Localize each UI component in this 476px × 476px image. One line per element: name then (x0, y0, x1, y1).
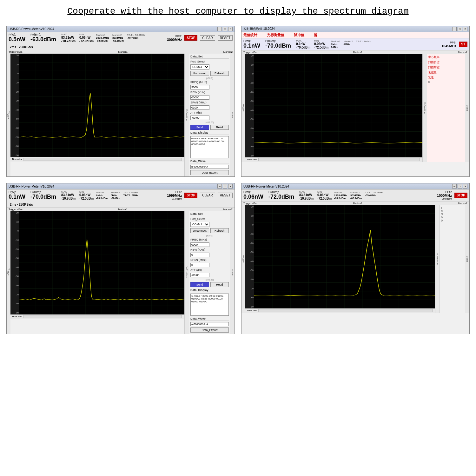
span-input-1[interactable] (190, 105, 209, 110)
rbw-input-3[interactable] (190, 253, 209, 257)
chinese-headers: 最值统计 光标测量值 脉冲值 暂 (241, 32, 469, 38)
chart-inner-2: 20 10 0 -10 -20 -30 -40 -50 -60 -70 -80 … (245, 54, 422, 157)
clear-button-3[interactable]: CLEAR (200, 193, 215, 198)
chart-labels-1: Trigger dBm Marker1 Marker2 (7, 50, 235, 54)
data-set-header-1: Data_Set (190, 55, 229, 59)
scrollbar-4[interactable] (258, 309, 433, 312)
refresh-button-3[interactable]: Refresh (210, 228, 229, 233)
minimize-btn-3[interactable]: ─ (217, 184, 222, 188)
close-btn-4[interactable]: ✕ (463, 184, 467, 188)
scrollbar-1[interactable] (23, 158, 182, 161)
refresh-button-1[interactable]: Refresh (210, 71, 229, 76)
maximize-btn-3[interactable]: □ (223, 184, 227, 188)
data-display-content-3: S-Read R2000-00.00-01000-0100AS-Read R20… (190, 294, 229, 316)
window-1: USB-RF-Power-Meter-V10.2024 ─ □ ✕ P(W): … (6, 26, 235, 177)
window-controls-3[interactable]: ─ □ ✕ (217, 184, 233, 188)
ch-header-3: 脉冲值 (294, 33, 304, 37)
window-content-3: P(W): 0.1nW P(dBm): -70.0dBm MAX 83.31uW… (7, 189, 235, 334)
side-panel-3: Data_Set Port_Select COM41 Unconnect Ref… (189, 211, 230, 334)
maximize-btn-4[interactable]: □ (458, 184, 462, 188)
marker-group-2: Marker1 0MHz 0dBm Marker2 0MHz T2-T1: 0M… (331, 40, 371, 49)
close-btn-1[interactable]: ✕ (228, 27, 233, 31)
unconnect-button-3[interactable]: Unconnect (190, 228, 209, 233)
main-area-3: Trigger 20 10 0 -10 -20 -30 -40 -50 -60 (7, 211, 235, 334)
port-select-1[interactable]: COM41 (190, 64, 209, 69)
power-dbm-display-2: P(dBm): -70.0dBm (265, 39, 291, 49)
window-4: USB-RF-Power-Meter-V10.2024 ─ □ ✕ P(W): … (241, 183, 470, 334)
stop-button-4[interactable]: STOP (454, 193, 467, 198)
minimize-btn-1[interactable]: ─ (217, 27, 222, 31)
minimize-btn-4[interactable]: ─ (452, 184, 457, 188)
data-wave-header-1: Data_Wave (190, 160, 229, 163)
att-input-3[interactable] (190, 273, 209, 277)
power-display-3: P(W): 0.1nW (9, 190, 25, 200)
power-dbm-label-1: P(dBm): (30, 33, 56, 36)
window-controls-2[interactable]: ─ □ ✕ (452, 27, 467, 31)
data-wave-input-1[interactable] (190, 165, 229, 169)
window-controls-4[interactable]: ─ □ ✕ (452, 184, 467, 188)
export-button-1[interactable]: Data_Export (190, 170, 229, 175)
window-controls-1[interactable]: ─ □ ✕ (217, 27, 233, 31)
port-select-3[interactable]: COM41 (190, 222, 209, 227)
ch-center-freq: 中心频率 (428, 55, 464, 59)
connect-btn-row-3: Unconnect Refresh (190, 228, 229, 233)
scrollbar-2[interactable] (258, 158, 420, 161)
data-set-header-3: Data_Set (190, 212, 229, 216)
span-row-1: SPAN (MHz) (190, 101, 229, 104)
read-button-3[interactable]: Read (210, 282, 229, 287)
top-bar-3: P(W): 0.1nW P(dBm): -70.0dBm MAX 83.31uW… (7, 189, 235, 208)
right-panel-4: F S S 0 0 (440, 205, 465, 313)
chart-area-4: 20 10 0 -10 -20 -30 -40 -50 -60 -70 -80 … (245, 205, 435, 313)
port-select-row-3: Port_Select (190, 217, 229, 221)
main-area-2: Trigger 20 10 0 -10 -20 -30 -40 -50 -60 … (241, 54, 469, 162)
stop-button-2[interactable]: ST (459, 42, 467, 47)
chart-labels-3: Trigger dBm Marker1 Marker2 (7, 208, 235, 211)
data-wave-input-3[interactable] (190, 322, 229, 326)
titlebar-2: 实时频点数值 10.2024 ─ □ ✕ (241, 26, 469, 32)
rbw-input-1[interactable] (190, 95, 209, 100)
freq-row-1: FREQ (MHz) (190, 81, 229, 84)
minimize-btn-2[interactable]: ─ (452, 27, 457, 31)
power-dbm-display-1: P(dBm): -63.0dBm (30, 33, 56, 43)
chart-inner-4: 20 10 0 -10 -20 -30 -40 -50 -60 -70 -80 … (245, 205, 435, 308)
span-input-3[interactable] (190, 263, 209, 267)
close-btn-2[interactable]: ✕ (463, 27, 467, 31)
chart-bottom-2: Time-dev (245, 157, 422, 162)
chart-inner-3: 20 10 0 -10 -20 -30 -40 -50 -60 -70 -80 … (10, 211, 184, 314)
chart-labels-4: Trigger dBm Marker1 Marker2 (241, 202, 469, 205)
stop-button-1[interactable]: STOP (184, 35, 197, 41)
scale-label-3: Scale (230, 211, 235, 334)
freq-input-3[interactable] (190, 242, 209, 247)
window-title-3: USB-RF-Power-Meter-V10.2024 (9, 185, 54, 188)
export-button-3[interactable]: Data_Export (190, 327, 229, 333)
right-panel-chinese: 中心频率 扫描步进 扫描带宽 衰减量 发送 D (427, 54, 465, 162)
power-display-1: P(W): 0.5nW (9, 33, 25, 43)
send-button-1[interactable]: Send (190, 125, 209, 130)
close-btn-3[interactable]: ✕ (228, 184, 233, 188)
offset-hint-3: (±00.0) (190, 235, 229, 237)
power-dbm-display-3: P(dBm): -70.0dBm (30, 190, 56, 200)
power-w-value-1: 0.5nW (9, 36, 25, 43)
ch-scan-bw: 扫描带宽 (428, 65, 464, 69)
maximize-btn-1[interactable]: □ (223, 27, 227, 31)
window-content-4: P(W): 0.06nW P(dBm): -72.0dBm MAX 83.31u… (241, 189, 469, 313)
att-input-1[interactable] (190, 116, 209, 120)
marker1-1: Marker1 2978.4MHz -63.9dBm (96, 34, 109, 42)
reset-button-3[interactable]: RESET (218, 193, 233, 198)
rbw-label-1: RBW (KHz) (190, 91, 205, 94)
main-area-4: Trigger 20 10 0 -10 -20 -30 -40 -50 -60 (241, 205, 469, 313)
freq-input-1[interactable] (190, 85, 209, 89)
maximize-btn-2[interactable]: □ (458, 27, 462, 31)
marker-group-1: Marker1 2978.4MHz -63.9dBm Marker2 3034M… (96, 34, 145, 42)
ch-data-label: D (428, 81, 464, 83)
scrollbar-3[interactable] (23, 315, 182, 318)
main-area-1: Trigger 20 10 0 -10 -20 -30 -40 -50 (7, 54, 235, 176)
reset-button-1[interactable]: RESET (218, 35, 233, 41)
chart-area-3: 20 10 0 -10 -20 -30 -40 -50 -60 -70 -80 … (10, 211, 184, 319)
scale-label-4: Scale (465, 205, 469, 313)
stop-button-3[interactable]: STOP (184, 193, 197, 198)
clear-button-1[interactable]: CLEAR (200, 35, 215, 41)
unconnect-button-1[interactable]: Unconnect (190, 71, 209, 76)
read-button-1[interactable]: Read (210, 125, 229, 130)
send-button-3[interactable]: Send (190, 282, 209, 287)
